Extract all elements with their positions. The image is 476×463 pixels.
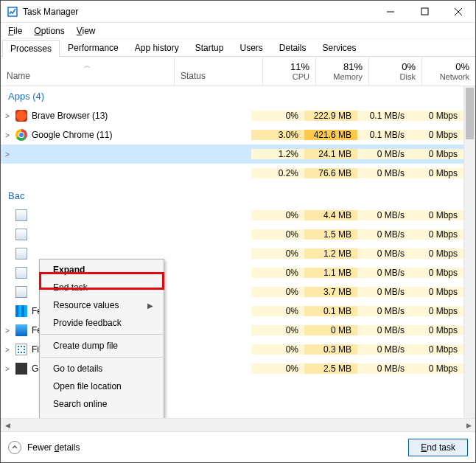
tabs: Processes Performance App history Startu…	[1, 39, 475, 57]
process-row[interactable]: >Brave Browser (13)0%222.9 MB0.1 MB/s0 M…	[1, 106, 463, 125]
process-row[interactable]: >Google Chrome (11)3.0%421.6 MB0.1 MB/s0…	[1, 125, 463, 145]
menu-file[interactable]: File	[2, 24, 28, 38]
memory-cell: 4.4 MB	[304, 210, 357, 220]
title-bar: Task Manager	[1, 1, 475, 23]
ctx-search-online[interactable]: Search online	[40, 395, 164, 413]
ctx-separator	[41, 334, 163, 335]
disk-cell: 0 MB/s	[357, 306, 410, 316]
tab-details[interactable]: Details	[271, 39, 315, 56]
col-memory[interactable]: 81%Memory	[316, 57, 369, 86]
generic-icon	[15, 267, 27, 279]
disk-cell: 0 MB/s	[357, 229, 410, 240]
ctx-provide-feedback[interactable]: Provide feedback	[40, 314, 164, 332]
tab-processes[interactable]: Processes	[2, 40, 60, 57]
ctx-expand[interactable]: Expand	[40, 261, 164, 279]
disk-cell: 0 MB/s	[357, 344, 410, 355]
cpu-cell: 0%	[251, 363, 304, 374]
vertical-scrollbar[interactable]	[463, 86, 475, 418]
tab-performance[interactable]: Performance	[60, 39, 127, 56]
disk-cell: 0 MB/s	[357, 287, 410, 297]
films-icon	[15, 344, 27, 355]
col-disk[interactable]: 0%Disk	[369, 57, 422, 86]
process-row[interactable]: >0%4.4 MB0 MB/s0 Mbps	[1, 206, 463, 225]
cpu-cell: 0%	[251, 248, 304, 259]
memory-cell: 222.9 MB	[304, 111, 357, 121]
network-cell: 0 Mbps	[410, 130, 463, 140]
process-name: Brave Browser (13)	[32, 111, 108, 121]
memory-cell: 1.1 MB	[304, 268, 357, 278]
memory-cell: 1.2 MB	[304, 248, 357, 259]
ctx-create-dump-file[interactable]: Create dump file	[40, 337, 164, 355]
disk-cell: 0 MB/s	[357, 325, 410, 335]
dark-icon	[15, 363, 27, 375]
maximize-button[interactable]	[407, 1, 441, 23]
process-row[interactable]: >0.2%76.6 MB0 MB/s0 Mbps	[1, 164, 463, 183]
memory-cell: 0.1 MB	[304, 306, 357, 316]
col-name[interactable]: ︿ Name	[1, 57, 175, 86]
cpu-cell: 0%	[251, 268, 304, 278]
scrollbar-thumb[interactable]	[466, 88, 474, 139]
generic-icon	[15, 248, 27, 260]
cpu-cell: 0%	[251, 325, 304, 335]
footer: Fewer details End task	[1, 431, 475, 462]
group-background[interactable]: Bac	[1, 183, 463, 206]
group-apps[interactable]: Apps (4)	[1, 86, 463, 106]
window-title: Task Manager	[23, 7, 374, 17]
ctx-go-to-details[interactable]: Go to details	[40, 360, 164, 377]
cpu-cell: 0%	[251, 229, 304, 240]
menu-view[interactable]: View	[71, 24, 102, 38]
memory-cell: 2.5 MB	[304, 363, 357, 374]
cpu-cell: 0%	[251, 111, 304, 121]
fewer-details-button[interactable]: Fewer details	[8, 441, 80, 454]
process-row[interactable]: >0%1.5 MB0 MB/s0 Mbps	[1, 225, 463, 244]
col-cpu[interactable]: 11%CPU	[263, 57, 316, 86]
cpu-cell: 1.2%	[251, 149, 304, 159]
network-cell: 0 Mbps	[410, 111, 463, 121]
col-status[interactable]: Status	[175, 57, 263, 86]
close-button[interactable]	[441, 1, 475, 23]
process-row[interactable]: >1.2%24.1 MB0 MB/s0 Mbps	[1, 145, 463, 164]
sort-indicator-icon: ︿	[7, 61, 168, 71]
ctx-separator	[41, 357, 163, 358]
expand-icon[interactable]: >	[4, 365, 11, 373]
hscroll-right-icon[interactable]: ▶	[462, 419, 475, 431]
generic-icon	[15, 229, 27, 240]
ctx-properties[interactable]: Properties	[40, 413, 164, 418]
disk-cell: 0 MB/s	[357, 248, 410, 259]
chevron-down-icon	[8, 441, 21, 454]
expand-icon[interactable]: >	[4, 346, 11, 354]
network-cell: 0 Mbps	[410, 248, 463, 259]
disk-cell: 0.1 MB/s	[357, 111, 410, 121]
network-cell: 0 Mbps	[410, 210, 463, 220]
expand-icon[interactable]: >	[4, 150, 11, 159]
ctx-end-task[interactable]: End task	[40, 279, 164, 296]
cpu-cell: 0%	[251, 287, 304, 297]
col-network[interactable]: 0%Network	[422, 57, 475, 86]
expand-icon[interactable]: >	[4, 131, 11, 139]
task-manager-window: Task Manager File Options View Processes…	[0, 0, 476, 463]
tab-users[interactable]: Users	[231, 39, 270, 56]
expand-icon[interactable]: >	[4, 327, 11, 335]
cpu-cell: 0%	[251, 306, 304, 316]
tab-startup[interactable]: Startup	[187, 39, 232, 56]
tab-services[interactable]: Services	[315, 39, 365, 56]
memory-cell: 3.7 MB	[304, 287, 357, 297]
ctx-open-file-location[interactable]: Open file location	[40, 377, 164, 395]
network-cell: 0 Mbps	[410, 325, 463, 335]
end-task-button[interactable]: End task	[408, 439, 468, 456]
disk-cell: 0 MB/s	[357, 363, 410, 374]
memory-cell: 1.5 MB	[304, 229, 357, 240]
hscroll-left-icon[interactable]: ◀	[1, 419, 14, 431]
process-list: Apps (4) >Brave Browser (13)0%222.9 MB0.…	[1, 86, 475, 418]
minimize-button[interactable]	[374, 1, 407, 23]
network-cell: 0 Mbps	[410, 229, 463, 240]
horizontal-scrollbar[interactable]: ◀ ▶	[1, 418, 475, 431]
menu-options[interactable]: Options	[28, 24, 70, 38]
expand-icon[interactable]: >	[4, 112, 11, 120]
tab-app-history[interactable]: App history	[127, 39, 187, 56]
disk-cell: 0 MB/s	[357, 210, 410, 220]
memory-cell: 24.1 MB	[304, 149, 357, 159]
context-menu: Expand End task Resource values▶ Provide…	[39, 259, 164, 418]
ctx-resource-values[interactable]: Resource values▶	[40, 296, 164, 314]
memory-cell: 76.6 MB	[304, 168, 357, 178]
